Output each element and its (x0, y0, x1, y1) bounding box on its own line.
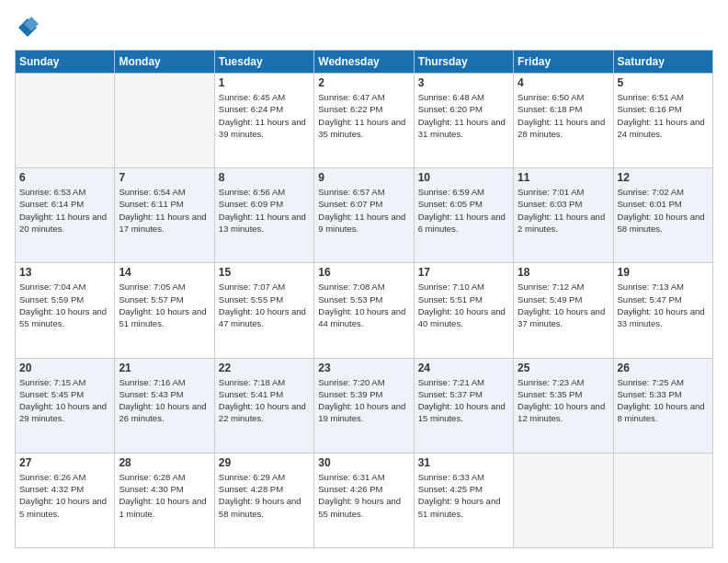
day-info: Sunrise: 6:26 AMSunset: 4:32 PMDaylight:… (19, 471, 110, 520)
sunset-label: Sunset: 6:18 PM (518, 104, 582, 114)
day-number: 23 (318, 362, 409, 374)
daylight-label: Daylight: 10 hours and 15 minutes. (418, 401, 506, 423)
day-of-week-header: Sunday (16, 51, 115, 74)
day-info: Sunrise: 7:12 AMSunset: 5:49 PMDaylight:… (518, 281, 609, 329)
calendar-cell: 1Sunrise: 6:45 AMSunset: 6:24 PMDaylight… (214, 74, 313, 168)
sunrise-label: Sunrise: 7:02 AM (618, 187, 684, 197)
daylight-label: Daylight: 11 hours and 6 minutes. (418, 212, 506, 234)
calendar-cell: 28Sunrise: 6:28 AMSunset: 4:30 PMDayligh… (115, 453, 214, 547)
calendar-cell: 29Sunrise: 6:29 AMSunset: 4:28 PMDayligh… (214, 453, 313, 547)
sunset-label: Sunset: 5:33 PM (618, 389, 682, 399)
day-number: 2 (318, 76, 409, 89)
sunrise-label: Sunrise: 6:50 AM (518, 92, 584, 102)
sunset-label: Sunset: 6:07 PM (318, 199, 382, 209)
sunrise-label: Sunrise: 6:57 AM (318, 187, 384, 197)
daylight-label: Daylight: 10 hours and 12 minutes. (518, 401, 605, 423)
day-info: Sunrise: 7:21 AMSunset: 5:37 PMDaylight:… (418, 376, 509, 425)
day-info: Sunrise: 7:15 AMSunset: 5:45 PMDaylight:… (19, 376, 110, 425)
sunrise-label: Sunrise: 6:28 AM (119, 472, 185, 482)
calendar-cell: 18Sunrise: 7:12 AMSunset: 5:49 PMDayligh… (514, 263, 613, 358)
day-number: 3 (418, 76, 509, 89)
sunrise-label: Sunrise: 6:45 AM (219, 92, 285, 102)
sunset-label: Sunset: 6:09 PM (219, 199, 283, 209)
day-number: 6 (19, 171, 110, 184)
calendar-cell: 19Sunrise: 7:13 AMSunset: 5:47 PMDayligh… (613, 263, 712, 358)
sunset-label: Sunset: 6:22 PM (318, 104, 382, 114)
calendar-cell: 2Sunrise: 6:47 AMSunset: 6:22 PMDaylight… (314, 74, 414, 168)
sunrise-label: Sunrise: 7:07 AM (219, 282, 285, 292)
daylight-label: Daylight: 11 hours and 39 minutes. (219, 117, 306, 139)
sunrise-label: Sunrise: 7:18 AM (219, 377, 285, 387)
day-info: Sunrise: 7:05 AMSunset: 5:57 PMDaylight:… (119, 281, 210, 329)
daylight-label: Daylight: 11 hours and 28 minutes. (518, 117, 605, 139)
day-info: Sunrise: 6:47 AMSunset: 6:22 PMDaylight:… (318, 91, 409, 140)
sunset-label: Sunset: 4:26 PM (318, 484, 382, 494)
daylight-label: Daylight: 11 hours and 2 minutes. (518, 212, 605, 234)
sunset-label: Sunset: 6:01 PM (618, 199, 682, 209)
calendar-cell: 21Sunrise: 7:16 AMSunset: 5:43 PMDayligh… (115, 358, 214, 453)
sunrise-label: Sunrise: 6:31 AM (318, 472, 384, 482)
daylight-label: Daylight: 10 hours and 51 minutes. (119, 306, 206, 328)
sunset-label: Sunset: 5:37 PM (418, 389, 483, 399)
day-number: 8 (219, 171, 310, 184)
calendar-cell: 13Sunrise: 7:04 AMSunset: 5:59 PMDayligh… (16, 263, 115, 358)
day-number: 31 (418, 456, 509, 469)
sunrise-label: Sunrise: 6:47 AM (318, 92, 384, 102)
day-number: 11 (518, 171, 609, 184)
day-number: 26 (618, 362, 709, 374)
daylight-label: Daylight: 10 hours and 44 minutes. (318, 306, 405, 328)
calendar-body: 1Sunrise: 6:45 AMSunset: 6:24 PMDaylight… (16, 74, 713, 548)
day-of-week-header: Friday (514, 51, 613, 74)
calendar-week-row: 1Sunrise: 6:45 AMSunset: 6:24 PMDaylight… (16, 74, 713, 168)
calendar-table: SundayMondayTuesdayWednesdayThursdayFrid… (15, 50, 713, 548)
day-info: Sunrise: 6:29 AMSunset: 4:28 PMDaylight:… (219, 471, 310, 520)
calendar-cell: 8Sunrise: 6:56 AMSunset: 6:09 PMDaylight… (214, 168, 313, 263)
sunrise-label: Sunrise: 6:59 AM (418, 187, 484, 197)
daylight-label: Daylight: 10 hours and 47 minutes. (219, 306, 306, 328)
day-header-row: SundayMondayTuesdayWednesdayThursdayFrid… (16, 51, 713, 74)
sunrise-label: Sunrise: 7:01 AM (518, 187, 584, 197)
daylight-label: Daylight: 10 hours and 8 minutes. (618, 401, 705, 423)
day-number: 25 (518, 362, 609, 374)
calendar-cell: 17Sunrise: 7:10 AMSunset: 5:51 PMDayligh… (414, 263, 513, 358)
sunrise-label: Sunrise: 7:13 AM (618, 282, 684, 292)
calendar-cell: 30Sunrise: 6:31 AMSunset: 4:26 PMDayligh… (314, 453, 414, 547)
sunrise-label: Sunrise: 6:26 AM (19, 472, 85, 482)
sunrise-label: Sunrise: 7:25 AM (618, 377, 684, 387)
day-info: Sunrise: 6:48 AMSunset: 6:20 PMDaylight:… (418, 91, 509, 140)
day-number: 7 (119, 171, 210, 184)
day-number: 27 (19, 456, 110, 469)
day-info: Sunrise: 6:50 AMSunset: 6:18 PMDaylight:… (518, 91, 609, 140)
sunrise-label: Sunrise: 7:12 AM (518, 282, 584, 292)
day-number: 5 (618, 76, 709, 89)
calendar-cell: 20Sunrise: 7:15 AMSunset: 5:45 PMDayligh… (16, 358, 115, 453)
day-number: 4 (518, 76, 609, 89)
calendar-cell: 25Sunrise: 7:23 AMSunset: 5:35 PMDayligh… (514, 358, 613, 453)
calendar-cell: 27Sunrise: 6:26 AMSunset: 4:32 PMDayligh… (16, 453, 115, 547)
calendar-cell: 12Sunrise: 7:02 AMSunset: 6:01 PMDayligh… (613, 168, 712, 263)
calendar-week-row: 20Sunrise: 7:15 AMSunset: 5:45 PMDayligh… (16, 358, 713, 453)
sunrise-label: Sunrise: 7:16 AM (119, 377, 185, 387)
sunset-label: Sunset: 5:47 PM (618, 294, 682, 304)
day-number: 30 (318, 456, 409, 469)
day-of-week-header: Thursday (414, 51, 513, 74)
daylight-label: Daylight: 10 hours and 5 minutes. (19, 496, 107, 518)
day-number: 16 (318, 266, 409, 279)
day-info: Sunrise: 6:59 AMSunset: 6:05 PMDaylight:… (418, 186, 509, 235)
sunrise-label: Sunrise: 6:29 AM (219, 472, 285, 482)
day-number: 29 (219, 456, 310, 469)
day-info: Sunrise: 6:31 AMSunset: 4:26 PMDaylight:… (318, 471, 409, 520)
day-of-week-header: Tuesday (214, 51, 313, 74)
sunset-label: Sunset: 5:35 PM (518, 389, 582, 399)
daylight-label: Daylight: 11 hours and 9 minutes. (318, 212, 405, 234)
calendar-cell: 6Sunrise: 6:53 AMSunset: 6:14 PMDaylight… (16, 168, 115, 263)
calendar-cell: 3Sunrise: 6:48 AMSunset: 6:20 PMDaylight… (414, 74, 513, 168)
calendar-cell: 4Sunrise: 6:50 AMSunset: 6:18 PMDaylight… (514, 74, 613, 168)
calendar-cell (16, 74, 115, 168)
daylight-label: Daylight: 9 hours and 51 minutes. (418, 496, 501, 518)
calendar-cell: 31Sunrise: 6:33 AMSunset: 4:25 PMDayligh… (414, 453, 513, 547)
logo (15, 15, 44, 40)
day-info: Sunrise: 7:13 AMSunset: 5:47 PMDaylight:… (618, 281, 709, 329)
logo-icon (15, 15, 40, 40)
day-number: 14 (119, 266, 210, 279)
